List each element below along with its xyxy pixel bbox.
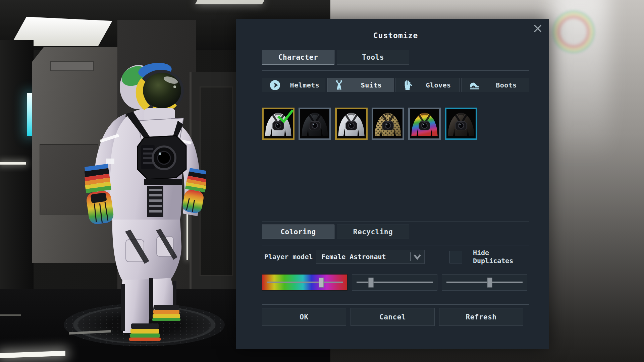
tab-gloves[interactable]: Gloves xyxy=(395,78,460,92)
saturation-slider[interactable] xyxy=(352,274,437,291)
helmet-icon xyxy=(269,79,281,91)
tab-coloring[interactable]: Coloring xyxy=(262,225,334,239)
tab-label: Tools xyxy=(362,53,384,61)
close-icon xyxy=(533,24,542,33)
tab-recycling[interactable]: Recycling xyxy=(337,225,409,239)
player-model-value: Female Astronaut xyxy=(321,253,386,261)
tab-tools[interactable]: Tools xyxy=(337,50,409,65)
saturation-slider-handle[interactable] xyxy=(369,278,374,287)
floor-light xyxy=(0,314,21,316)
tab-label: Suits xyxy=(339,81,382,89)
suit-thumbnail-1[interactable] xyxy=(262,108,294,140)
glove-icon xyxy=(402,79,413,91)
suit-icon xyxy=(334,79,344,91)
suit-thumbnail-4[interactable] xyxy=(372,108,404,140)
hide-duplicates-checkbox[interactable] xyxy=(449,251,462,263)
pillar-glow-light xyxy=(27,93,33,136)
ok-button[interactable]: OK xyxy=(262,308,346,326)
suit-image xyxy=(300,109,329,138)
suit-image xyxy=(373,109,402,138)
dialog-title: Customize xyxy=(262,29,529,42)
hide-duplicates-label: Hide Duplicates xyxy=(473,250,529,264)
wall-lamp xyxy=(0,162,26,165)
refresh-button[interactable]: Refresh xyxy=(439,308,523,326)
value-slider[interactable] xyxy=(442,274,527,291)
tab-boots[interactable]: Boots xyxy=(461,78,529,92)
tab-character[interactable]: Character xyxy=(262,50,334,65)
suit-thumbnail-6[interactable] xyxy=(445,108,477,140)
separator xyxy=(262,44,529,44)
suit-thumbnail-3[interactable] xyxy=(335,108,368,140)
lens-flare xyxy=(552,10,595,54)
separator xyxy=(262,304,529,305)
button-label: OK xyxy=(300,313,308,321)
screen: Customize Character Tools xyxy=(0,0,644,362)
close-button[interactable] xyxy=(533,23,543,34)
tab-suits[interactable]: Suits xyxy=(327,78,393,92)
tab-label: Recycling xyxy=(353,228,393,236)
cancel-button[interactable]: Cancel xyxy=(351,308,435,326)
chevron-down-icon xyxy=(413,253,422,260)
suit-image xyxy=(337,109,366,138)
separator xyxy=(262,245,529,245)
suit-image xyxy=(446,109,476,138)
boot-icon xyxy=(468,79,480,91)
button-label: Refresh xyxy=(466,313,496,321)
button-label: Cancel xyxy=(379,313,406,321)
hue-slider-handle[interactable] xyxy=(319,278,324,287)
astronaut-character-preview xyxy=(75,59,206,344)
suit-thumbnail-5[interactable] xyxy=(408,108,441,140)
value-slider-handle[interactable] xyxy=(487,278,492,287)
equipped-check-icon xyxy=(277,108,294,125)
suit-image xyxy=(410,109,439,138)
suit-thumbnail-2[interactable] xyxy=(299,108,331,140)
customize-dialog: Customize Character Tools xyxy=(236,19,549,349)
player-model-label: Player model xyxy=(264,250,313,264)
separator xyxy=(262,222,529,222)
dropdown-divider xyxy=(410,252,411,261)
tab-helmets[interactable]: Helmets xyxy=(262,78,325,92)
tab-label: Coloring xyxy=(280,228,316,236)
ceiling-light-strip xyxy=(195,0,265,4)
tab-label: Character xyxy=(278,53,318,61)
separator xyxy=(262,70,529,71)
hue-slider[interactable] xyxy=(262,274,347,291)
player-model-dropdown[interactable]: Female Astronaut xyxy=(316,250,425,264)
